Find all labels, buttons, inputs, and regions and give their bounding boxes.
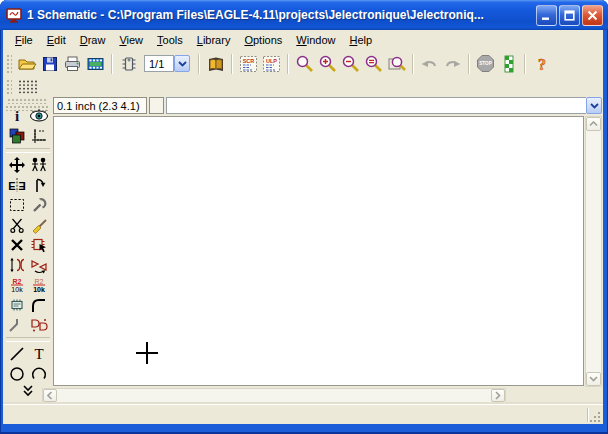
save-button[interactable] [38,52,61,75]
add-button[interactable] [28,235,50,255]
menu-options[interactable]: Options [237,32,289,48]
command-line [166,97,602,114]
device-button[interactable] [117,52,140,75]
script-button[interactable]: SCR [237,52,260,75]
svg-text:ULP: ULP [266,57,277,63]
menu-tools[interactable]: Tools [150,32,190,48]
chevron-down-icon [178,61,187,67]
run-ulp-button[interactable]: ULP [260,52,283,75]
toolbar-grip[interactable] [6,54,12,74]
info-icon: i [8,107,26,125]
zoom-select-icon [387,54,407,73]
menu-view[interactable]: View [112,32,150,48]
menu-help[interactable]: Help [342,32,379,48]
resize-grip-icon[interactable] [590,412,601,423]
mirror-button[interactable]: E E [6,175,28,195]
name-button[interactable]: R2 10k [6,275,28,295]
svg-text:E: E [18,180,25,192]
toolbar-grip[interactable] [7,98,47,104]
minimize-button[interactable] [536,5,557,26]
sheet-selector[interactable]: 1/1 [144,55,190,72]
menu-edit[interactable]: Edit [40,32,73,48]
maximize-button[interactable] [559,5,580,26]
paste-button[interactable] [28,215,50,235]
split-button[interactable] [6,315,28,335]
redo-button[interactable] [441,52,464,75]
chevron-right-icon [495,391,501,400]
vertical-scrollbar[interactable] [585,116,602,387]
circle-button[interactable] [6,364,28,384]
svg-text:R2: R2 [35,278,44,285]
coordinate-mini-box [149,97,164,114]
zoom-in-button[interactable] [316,52,339,75]
open-button[interactable] [15,52,38,75]
help-button[interactable]: ? [530,52,553,75]
coordinate-bar: 0.1 inch (2.3 4.1) [3,97,602,116]
zoom-out-icon [341,54,360,73]
pinswap-button[interactable] [6,255,28,275]
stop-button[interactable]: STOP [474,52,497,75]
info-button[interactable]: i [6,106,28,126]
smash-button[interactable] [6,295,28,315]
menubar: File Edit Draw View Tools Library Option… [3,30,603,50]
toolbar-grip[interactable] [6,79,12,95]
print-button[interactable] [61,52,84,75]
show-button[interactable] [28,106,50,126]
value-button[interactable]: R2 10k [28,275,50,295]
zoom-out-button[interactable] [339,52,362,75]
copy-button[interactable] [28,155,50,175]
sheet-dropdown-button[interactable] [174,55,190,72]
invoke-gates-icon [30,317,48,333]
menu-library[interactable]: Library [190,32,238,48]
miter-button[interactable] [28,295,50,315]
svg-text:i: i [15,108,19,124]
scroll-right-button[interactable] [491,389,505,402]
arc-button[interactable] [28,364,50,384]
svg-text:E: E [8,180,15,192]
svg-text:STOP: STOP [479,61,491,66]
pinswap-icon [8,257,26,273]
svg-text:R2: R2 [13,278,22,285]
menu-window[interactable]: Window [289,32,342,48]
main-toolbar: 1/1 SCR [3,50,603,77]
gateswap-button[interactable] [28,255,50,275]
toolbar-separator [111,54,113,74]
chip-icon [120,55,138,73]
use-library-button[interactable] [204,52,227,75]
horizontal-scrollbar[interactable] [42,388,506,403]
rotate-button[interactable] [28,175,50,195]
command-input[interactable] [166,97,586,114]
circle-icon [8,365,26,383]
rotate-icon [30,176,48,194]
sheet-value: 1/1 [144,55,174,72]
zoom-redraw-button[interactable] [362,52,385,75]
cut-button[interactable] [6,215,28,235]
menu-file[interactable]: File [8,32,40,48]
zoom-fit-button[interactable] [293,52,316,75]
go-traffic-light-button[interactable] [497,52,520,75]
zoom-select-button[interactable] [385,52,408,75]
board-button[interactable] [84,52,107,75]
display-button[interactable] [6,126,28,146]
coordinate-display: 0.1 inch (2.3 4.1) [53,97,147,114]
mark-button[interactable] [28,126,50,146]
scroll-up-button[interactable] [586,117,601,131]
close-button[interactable] [582,5,603,26]
grid-button[interactable] [15,76,38,99]
command-dropdown-button[interactable] [586,97,602,114]
scroll-left-button[interactable] [43,389,57,402]
undo-button[interactable] [418,52,441,75]
wire-button[interactable] [6,344,28,364]
move-button[interactable] [6,155,28,175]
delete-button[interactable] [6,235,28,255]
titlebar[interactable]: 1 Schematic - C:\Program Files\EAGLE-4.1… [0,0,608,30]
scroll-down-button[interactable] [586,372,601,386]
group-button[interactable] [6,195,28,215]
statusbar-separator [587,408,589,422]
invoke-button[interactable] [28,315,50,335]
schematic-canvas[interactable] [53,116,584,386]
menu-draw[interactable]: Draw [73,32,113,48]
text-button[interactable]: T [28,344,50,364]
change-button[interactable] [28,195,50,215]
stop-sign-icon: STOP [476,54,495,73]
